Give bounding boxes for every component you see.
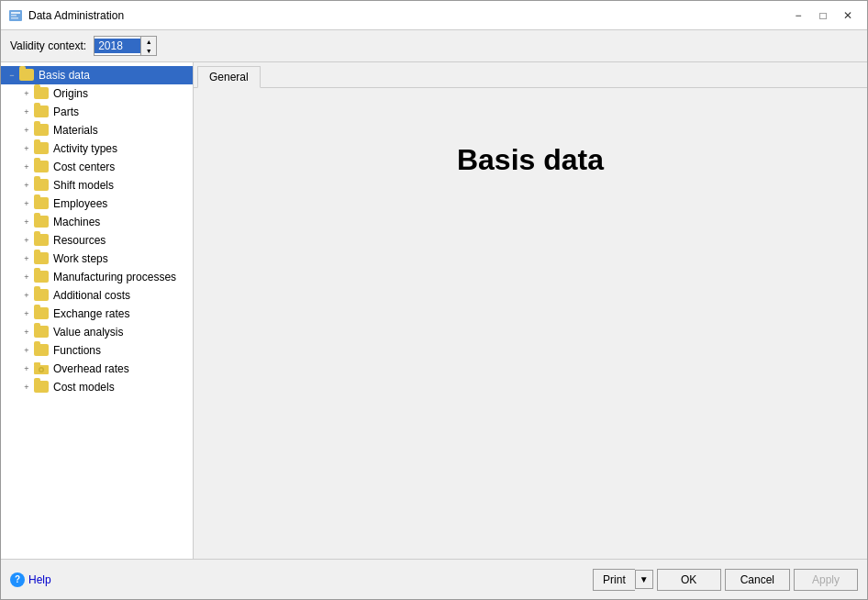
tab-general[interactable]: General: [197, 66, 261, 88]
tree-item-additional-costs[interactable]: + Additional costs: [1, 286, 193, 305]
validity-input[interactable]: [95, 39, 140, 53]
tree-label-additional-costs: Additional costs: [53, 289, 189, 302]
tree-item-cost-centers[interactable]: + Cost centers: [1, 158, 193, 176]
help-link[interactable]: ? Help: [10, 572, 51, 587]
expand-icon-value-analysis: +: [19, 325, 34, 339]
spinner-buttons: ▲ ▼: [140, 37, 156, 55]
print-button[interactable]: Print: [593, 569, 635, 591]
minimize-button[interactable]: −: [786, 6, 810, 26]
tree-label-basis-data: Basis data: [39, 69, 189, 82]
tree-item-activity-types[interactable]: + Activity types: [1, 139, 193, 158]
right-panel: General Basis data: [194, 62, 867, 559]
apply-button[interactable]: Apply: [794, 569, 858, 591]
tree-item-machines[interactable]: + Machines: [1, 213, 193, 231]
title-bar-controls: − □ ✕: [786, 6, 860, 26]
tree-label-activity-types: Activity types: [53, 142, 189, 155]
tree-item-shift-models[interactable]: + Shift models: [1, 176, 193, 194]
tree-label-shift-models: Shift models: [53, 179, 189, 192]
folder-icon-basis-data: [19, 69, 36, 82]
tree-item-materials[interactable]: + Materials: [1, 121, 193, 139]
basis-data-title: Basis data: [457, 143, 604, 177]
folder-icon-functions: [34, 344, 50, 357]
expand-icon-basis-data: −: [5, 68, 19, 83]
folder-icon-machines: [34, 216, 50, 228]
svg-rect-1: [11, 12, 20, 14]
tree-label-value-analysis: Value analysis: [53, 326, 189, 339]
main-window: Data Administration − □ ✕ Validity conte…: [0, 0, 868, 600]
folder-icon-overhead-rates: [34, 362, 50, 375]
bottom-bar: ? Help Print ▼ OK Cancel Apply: [1, 559, 867, 599]
close-button[interactable]: ✕: [836, 6, 860, 26]
folder-icon-employees: [34, 197, 50, 210]
expand-icon-cost-centers: +: [19, 160, 34, 174]
tree-item-functions[interactable]: + Functions: [1, 341, 193, 360]
print-dropdown-button[interactable]: ▼: [635, 570, 653, 589]
expand-icon-manufacturing-processes: +: [19, 270, 34, 284]
folder-icon-cost-centers: [34, 161, 50, 173]
folder-icon-value-analysis: [34, 326, 50, 339]
folder-icon-exchange-rates: [34, 307, 50, 320]
folder-icon-origins: [34, 87, 50, 100]
expand-icon-additional-costs: +: [19, 288, 34, 303]
tree-item-work-steps[interactable]: + Work steps: [1, 250, 193, 268]
folder-icon-activity-types: [34, 142, 50, 155]
tree-item-parts[interactable]: + Parts: [1, 103, 193, 121]
validity-label: Validity context:: [10, 39, 86, 52]
tree-label-work-steps: Work steps: [53, 252, 189, 265]
tree-item-manufacturing-processes[interactable]: + Manufacturing processes: [1, 268, 193, 286]
svg-rect-5: [34, 362, 40, 366]
expand-icon-shift-models: +: [19, 178, 34, 193]
expand-icon-work-steps: +: [19, 251, 34, 266]
tree-label-functions: Functions: [53, 344, 189, 357]
tree-label-cost-models: Cost models: [53, 381, 189, 394]
main-content: − Basis data + Origins + Parts: [1, 62, 867, 559]
print-button-group: Print ▼: [593, 569, 653, 591]
folder-icon-additional-costs: [34, 289, 50, 302]
svg-rect-3: [11, 17, 18, 19]
tree-label-exchange-rates: Exchange rates: [53, 307, 189, 320]
tree-item-employees[interactable]: + Employees: [1, 194, 193, 213]
folder-icon-shift-models: [34, 179, 50, 192]
tree-label-cost-centers: Cost centers: [53, 161, 189, 173]
title-bar-left: Data Administration: [8, 8, 124, 23]
content-area: Basis data: [194, 88, 867, 559]
folder-icon-materials: [34, 124, 50, 137]
tree-label-overhead-rates: Overhead rates: [53, 362, 189, 375]
maximize-button[interactable]: □: [811, 6, 835, 26]
expand-icon-functions: +: [19, 343, 34, 358]
overhead-rates-icon: [34, 362, 49, 374]
validity-bar: Validity context: ▲ ▼: [1, 30, 867, 62]
tree-item-overhead-rates[interactable]: + Overhead rates: [1, 360, 193, 378]
tree-item-exchange-rates[interactable]: + Exchange rates: [1, 305, 193, 323]
folder-icon-manufacturing-processes: [34, 271, 50, 283]
expand-icon-parts: +: [19, 105, 34, 119]
tree-item-cost-models[interactable]: + Cost models: [1, 378, 193, 396]
validity-spinner: ▲ ▼: [94, 36, 157, 56]
cancel-button[interactable]: Cancel: [725, 569, 790, 591]
expand-icon-materials: +: [19, 123, 34, 138]
spin-down-button[interactable]: ▼: [141, 46, 156, 55]
tree-item-value-analysis[interactable]: + Value analysis: [1, 323, 193, 341]
help-icon: ?: [10, 572, 25, 587]
tree-label-parts: Parts: [53, 106, 189, 118]
folder-icon-parts: [34, 106, 50, 118]
window-title: Data Administration: [28, 9, 124, 22]
svg-rect-2: [11, 15, 17, 17]
folder-icon-work-steps: [34, 252, 50, 265]
tree-label-machines: Machines: [53, 216, 189, 228]
expand-icon-overhead-rates: +: [19, 361, 34, 376]
tree-item-resources[interactable]: + Resources: [1, 231, 193, 250]
folder-icon-cost-models: [34, 381, 50, 394]
expand-icon-exchange-rates: +: [19, 306, 34, 321]
expand-icon-resources: +: [19, 233, 34, 248]
tree-item-basis-data[interactable]: − Basis data: [1, 66, 193, 84]
ok-button[interactable]: OK: [657, 569, 721, 591]
folder-icon-resources: [34, 234, 50, 247]
spin-up-button[interactable]: ▲: [141, 37, 156, 46]
tree-item-origins[interactable]: + Origins: [1, 84, 193, 103]
tree-label-origins: Origins: [53, 87, 189, 100]
tree-panel: − Basis data + Origins + Parts: [1, 62, 194, 559]
tree-label-employees: Employees: [53, 197, 189, 210]
help-label: Help: [28, 573, 51, 586]
app-icon: [8, 8, 23, 23]
